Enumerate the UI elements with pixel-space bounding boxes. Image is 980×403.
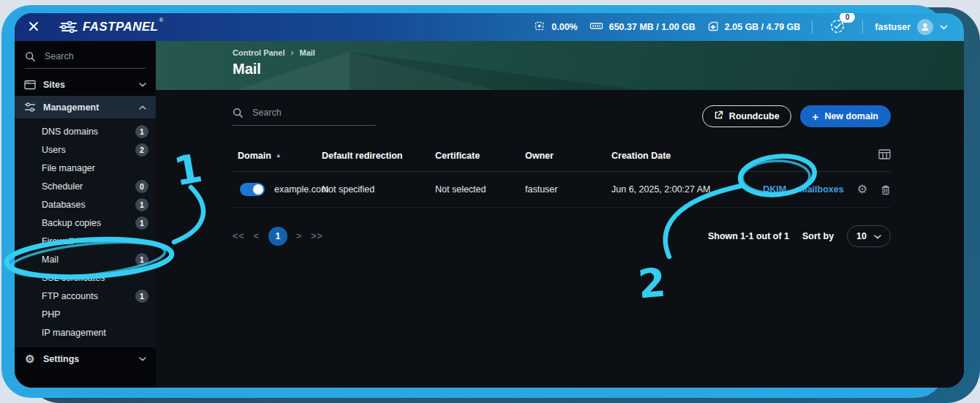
username: fastuser <box>875 22 911 32</box>
gear-icon: ⚙ <box>24 353 36 365</box>
mailboxes-link[interactable]: Mailboxes <box>799 184 843 195</box>
domain-name[interactable]: example.com <box>274 184 328 195</box>
sidebar-item-label: File manager <box>42 163 95 173</box>
count-badge: 2 <box>135 143 148 157</box>
sort-ascending-icon: ▲ <box>276 152 282 159</box>
table-row: example.com Not specified Not selected f… <box>233 172 891 208</box>
sidebar-item-label: Mail <box>42 255 59 265</box>
count-badge: 1 <box>135 290 148 303</box>
redirection-value: Not specified <box>322 184 435 195</box>
disk-icon <box>707 20 719 34</box>
fastpanel-logo[interactable]: FASTPANEL® <box>59 20 163 34</box>
page-title: Mail <box>233 61 891 78</box>
sidebar-item-label: SSL certificates <box>42 273 105 283</box>
prev-page-button[interactable]: < <box>254 231 260 241</box>
count-badge: 1 <box>135 125 148 138</box>
dkim-link[interactable]: DKIM <box>763 184 786 195</box>
tune-icon <box>24 102 36 113</box>
current-page-button[interactable]: 1 <box>268 227 287 246</box>
certificate-value: Not selected <box>435 184 525 195</box>
page-size-select[interactable]: 10 <box>847 225 891 247</box>
disk-usage-value: 2.05 GB / 4.79 GB <box>725 22 801 32</box>
brand-name: FASTPANEL <box>83 20 158 34</box>
app-window: FASTPANEL® 0.00% 650 <box>15 13 964 388</box>
notifications-badge: 0 <box>840 13 855 23</box>
search-icon <box>25 50 36 62</box>
roundcube-button[interactable]: Roundcube <box>702 105 791 127</box>
sidebar-section-settings[interactable]: ⚙ Settings <box>15 347 156 370</box>
notifications-button[interactable]: 0 <box>824 18 851 37</box>
sidebar-item-firewall[interactable]: Firewall <box>15 232 156 250</box>
divider <box>812 20 813 34</box>
creation-date-value: Jun 6, 2025, 2:00:27 AM <box>611 184 758 195</box>
page-size-value: 10 <box>856 231 867 241</box>
chevron-up-icon <box>139 105 146 110</box>
breadcrumb-mail: Mail <box>300 48 315 57</box>
cpu-usage-stat: 0.00% <box>533 20 577 34</box>
column-header-redirection: Default redirection <box>322 151 435 161</box>
sidebar-item-ip-management[interactable]: IP management <box>15 323 156 342</box>
column-header-certificate: Certificate <box>435 151 525 161</box>
page-header-band: Control Panel › Mail Mail <box>156 41 964 90</box>
user-menu[interactable]: fastuser <box>875 19 948 35</box>
sliders-logo-icon <box>59 21 78 33</box>
sidebar-section-sites[interactable]: Sites <box>15 73 156 96</box>
sidebar-item-label: Firewall <box>42 236 73 246</box>
sort-by-label: Sort by <box>802 231 834 241</box>
sidebar-item-ssl-certificates[interactable]: SSL certificates <box>15 268 156 287</box>
sidebar-item-dns-domains[interactable]: DNS domains 1 <box>15 122 156 140</box>
ram-icon <box>589 21 603 34</box>
sidebar-item-scheduler[interactable]: Scheduler 0 <box>15 177 156 195</box>
column-header-domain[interactable]: Domain ▲ <box>233 151 322 161</box>
last-page-button[interactable]: >> <box>311 231 323 241</box>
next-page-button[interactable]: > <box>296 231 302 241</box>
sidebar-section-label: Management <box>43 102 99 113</box>
breadcrumb-separator: › <box>291 48 294 58</box>
avatar <box>917 19 933 35</box>
chevron-down-icon <box>874 231 881 241</box>
chevron-down-icon <box>139 83 146 87</box>
sidebar-item-label: Scheduler <box>42 181 83 192</box>
sidebar-item-mail[interactable]: Mail 1 <box>15 250 156 268</box>
domain-search[interactable] <box>233 107 376 126</box>
sidebar-item-label: IP management <box>42 328 106 338</box>
sidebar-item-php[interactable]: PHP <box>15 305 156 323</box>
registered-mark: ® <box>159 17 163 23</box>
first-page-button[interactable]: << <box>233 231 245 241</box>
sidebar-item-backup-copies[interactable]: Backup copies 1 <box>15 214 156 232</box>
disk-usage-stat: 2.05 GB / 4.79 GB <box>707 20 801 34</box>
delete-trash-icon[interactable] <box>881 184 891 195</box>
new-domain-button[interactable]: + New domain <box>800 105 891 127</box>
memory-usage-stat: 650.37 MB / 1.00 GB <box>589 21 696 34</box>
domain-search-input[interactable] <box>251 107 376 118</box>
domains-table: Domain ▲ Default redirection Certificate… <box>233 145 891 208</box>
column-header-owner: Owner <box>525 151 611 161</box>
count-badge: 1 <box>135 253 148 266</box>
columns-settings-icon[interactable] <box>878 149 891 162</box>
sidebar-search[interactable] <box>25 50 146 69</box>
chevron-down-icon <box>940 22 948 32</box>
main-content: Control Panel › Mail Mail <box>156 41 964 388</box>
sidebar-item-ftp-accounts[interactable]: FTP accounts 1 <box>15 287 156 305</box>
sidebar-section-management[interactable]: Management <box>15 96 156 118</box>
top-bar: FASTPANEL® 0.00% 650 <box>15 13 964 41</box>
sidebar-item-databases[interactable]: Databases 1 <box>15 195 156 214</box>
browser-window-icon <box>24 79 36 91</box>
sidebar-section-label: Settings <box>43 354 79 364</box>
sidebar-item-label: Backup copies <box>42 218 101 228</box>
breadcrumb-control-panel[interactable]: Control Panel <box>233 48 285 57</box>
sidebar-search-input[interactable] <box>43 50 146 62</box>
owner-value: fastuser <box>525 184 611 195</box>
sidebar-item-label: DNS domains <box>42 127 98 137</box>
new-domain-label: New domain <box>824 111 878 121</box>
chevron-down-icon <box>139 357 146 361</box>
row-settings-gear-icon[interactable]: ⚙ <box>857 184 867 195</box>
count-badge: 0 <box>135 180 148 193</box>
column-header-creation-date: Creation Date <box>611 151 758 161</box>
sidebar-item-file-manager[interactable]: File manager <box>15 159 156 177</box>
close-button[interactable] <box>15 20 53 35</box>
count-badge: 1 <box>135 198 148 211</box>
sidebar-item-users[interactable]: Users 2 <box>15 140 156 159</box>
management-subsection: DNS domains 1 Users 2 File manager Sched… <box>15 118 156 347</box>
domain-enabled-toggle[interactable] <box>240 183 265 196</box>
